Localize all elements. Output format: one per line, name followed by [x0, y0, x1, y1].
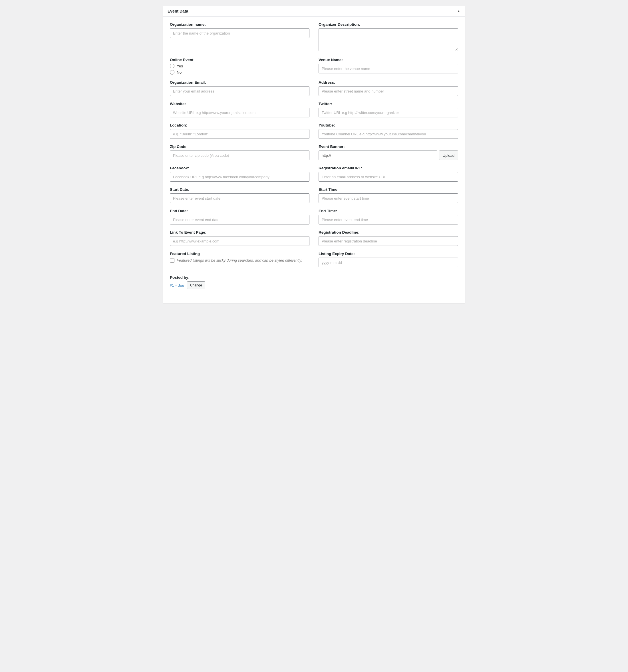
- link-event-label: Link To Event Page:: [170, 230, 309, 235]
- start-date-input[interactable]: [170, 193, 309, 203]
- panel-header: Event Data ▲: [163, 6, 465, 17]
- youtube-input[interactable]: [319, 129, 458, 139]
- venue-name-group: Venue Name:: [319, 58, 458, 75]
- listing-expiry-label: Listing Expiry Date:: [319, 251, 458, 256]
- org-email-group: Organization Email:: [170, 80, 309, 96]
- listing-expiry-group: Listing Expiry Date:: [319, 251, 458, 267]
- location-label: Location:: [170, 123, 309, 127]
- location-input[interactable]: [170, 129, 309, 139]
- address-input[interactable]: [319, 86, 458, 96]
- online-event-label: Online Event: [170, 58, 309, 62]
- panel-toggle-icon[interactable]: ▲: [457, 9, 460, 13]
- website-label: Website:: [170, 102, 309, 106]
- facebook-input[interactable]: [170, 172, 309, 182]
- posted-by-group: Posted by: #1 – Joe Change: [170, 275, 309, 289]
- address-group: Address:: [319, 80, 458, 96]
- reg-deadline-input[interactable]: [319, 236, 458, 246]
- end-time-label: End Time:: [319, 209, 458, 213]
- reg-deadline-label: Registration Deadline:: [319, 230, 458, 235]
- reg-email-input[interactable]: [319, 172, 458, 182]
- event-banner-input-row: Upload: [319, 150, 458, 160]
- reg-deadline-group: Registration Deadline:: [319, 230, 458, 246]
- zip-group: Zip Code:: [170, 145, 309, 160]
- event-banner-input[interactable]: [319, 150, 437, 160]
- featured-checkbox-row: Featured listings will be sticky during …: [170, 258, 309, 263]
- facebook-group: Facebook:: [170, 166, 309, 182]
- yes-radio-label[interactable]: Yes: [170, 64, 309, 68]
- org-name-group: Organization name:: [170, 22, 309, 52]
- address-label: Address:: [319, 80, 458, 85]
- yes-radio-input[interactable]: [170, 64, 174, 68]
- no-radio-input[interactable]: [170, 70, 174, 75]
- online-event-radio-group: Yes No: [170, 64, 309, 75]
- zip-input[interactable]: [170, 150, 309, 160]
- start-date-group: Start Date:: [170, 187, 309, 203]
- location-group: Location:: [170, 123, 309, 139]
- featured-checkbox[interactable]: [170, 258, 174, 263]
- start-date-label: Start Date:: [170, 187, 309, 192]
- zip-label: Zip Code:: [170, 145, 309, 149]
- website-group: Website:: [170, 102, 309, 117]
- reg-email-group: Registration email/URL:: [319, 166, 458, 182]
- form-grid: Organization name: Organizer Description…: [170, 22, 458, 295]
- website-input[interactable]: [170, 108, 309, 117]
- org-desc-label: Organizer Description:: [319, 22, 458, 27]
- youtube-group: Youtube:: [319, 123, 458, 139]
- featured-label: Featured Listing: [170, 251, 309, 256]
- yes-label: Yes: [177, 64, 183, 68]
- facebook-label: Facebook:: [170, 166, 309, 170]
- venue-name-label: Venue Name:: [319, 58, 458, 62]
- org-name-label: Organization name:: [170, 22, 309, 27]
- start-time-label: Start Time:: [319, 187, 458, 192]
- org-desc-textarea[interactable]: [319, 28, 458, 51]
- event-banner-label: Event Banner:: [319, 145, 458, 149]
- listing-expiry-input[interactable]: [319, 258, 458, 267]
- upload-button[interactable]: Upload: [439, 150, 458, 160]
- org-desc-group: Organizer Description:: [319, 22, 458, 52]
- change-button[interactable]: Change: [187, 281, 205, 289]
- twitter-input[interactable]: [319, 108, 458, 117]
- link-event-input[interactable]: [170, 236, 309, 246]
- end-date-group: End Date:: [170, 209, 309, 224]
- panel-title: Event Data: [168, 9, 188, 14]
- end-time-input[interactable]: [319, 215, 458, 224]
- youtube-label: Youtube:: [319, 123, 458, 127]
- no-label: No: [177, 70, 181, 75]
- org-email-label: Organization Email:: [170, 80, 309, 85]
- event-banner-group: Event Banner: Upload: [319, 145, 458, 160]
- org-email-input[interactable]: [170, 86, 309, 96]
- venue-name-input[interactable]: [319, 64, 458, 73]
- no-radio-label[interactable]: No: [170, 70, 309, 75]
- end-date-label: End Date:: [170, 209, 309, 213]
- posted-by-label: Posted by:: [170, 275, 309, 280]
- reg-email-label: Registration email/URL:: [319, 166, 458, 170]
- start-time-input[interactable]: [319, 193, 458, 203]
- posted-by-value-row: #1 – Joe Change: [170, 281, 309, 289]
- online-event-group: Online Event Yes No: [170, 58, 309, 75]
- featured-desc: Featured listings will be sticky during …: [177, 258, 302, 263]
- featured-group: Featured Listing Featured listings will …: [170, 251, 309, 267]
- event-data-panel: Event Data ▲ Organization name: Organize…: [163, 6, 465, 303]
- start-time-group: Start Time:: [319, 187, 458, 203]
- posted-by-link[interactable]: #1 – Joe: [170, 283, 184, 288]
- end-time-group: End Time:: [319, 209, 458, 224]
- end-date-input[interactable]: [170, 215, 309, 224]
- twitter-group: Twitter:: [319, 102, 458, 117]
- org-name-input[interactable]: [170, 28, 309, 38]
- panel-body: Organization name: Organizer Description…: [163, 17, 465, 303]
- link-event-group: Link To Event Page:: [170, 230, 309, 246]
- twitter-label: Twitter:: [319, 102, 458, 106]
